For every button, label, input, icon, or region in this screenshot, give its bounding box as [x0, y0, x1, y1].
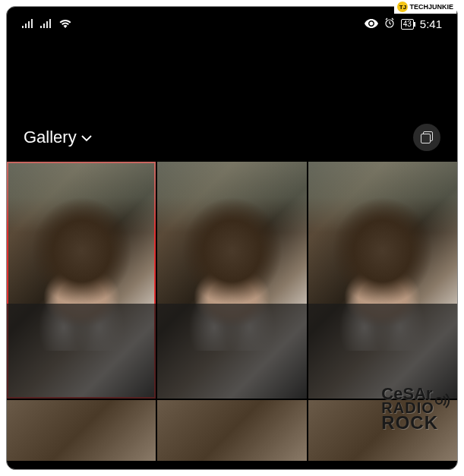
gallery-dropdown[interactable]: Gallery [24, 128, 92, 147]
multi-select-icon [421, 131, 433, 143]
device-frame: 43 5:41 Gallery CeSAr [6, 6, 458, 470]
status-bar: 43 5:41 [7, 7, 457, 36]
radio-signal-icon [428, 390, 450, 411]
chevron-down-icon [81, 132, 92, 144]
techjunkie-brand-text: TECHJUNKIE [409, 3, 453, 11]
photo-thumbnail-4[interactable] [7, 400, 156, 461]
wifi-icon [58, 17, 72, 30]
gallery-title-text: Gallery [24, 128, 77, 147]
alarm-icon [384, 17, 395, 30]
status-left-group [22, 17, 72, 30]
battery-indicator: 43 [401, 19, 414, 30]
cesar-wm-line3: ROCK [381, 415, 438, 431]
multi-select-button[interactable] [413, 124, 440, 151]
gallery-header: Gallery [7, 116, 457, 162]
battery-percent-text: 43 [403, 20, 412, 28]
techjunkie-watermark: TJ TECHJUNKIE [394, 0, 456, 14]
status-right-group: 43 5:41 [365, 17, 442, 30]
clock-time: 5:41 [420, 17, 442, 30]
tj-logo-icon: TJ [397, 2, 408, 12]
photo-thumbnail-5[interactable] [157, 400, 306, 461]
signal-icon-1 [22, 19, 33, 30]
signal-icon-2 [40, 19, 51, 30]
photo-thumbnail-2[interactable] [157, 162, 306, 399]
cesar-radio-rock-watermark: CeSAr RADIO ROCK [381, 386, 438, 431]
photo-thumbnail-1[interactable] [7, 162, 156, 399]
photo-grid [7, 162, 457, 399]
eye-comfort-icon [365, 18, 378, 30]
content-top-spacer [7, 36, 457, 116]
photo-content [172, 197, 292, 351]
photo-thumbnail-3[interactable] [308, 162, 457, 399]
photo-content [323, 197, 442, 351]
photo-content [22, 197, 141, 351]
svg-point-1 [436, 398, 442, 404]
